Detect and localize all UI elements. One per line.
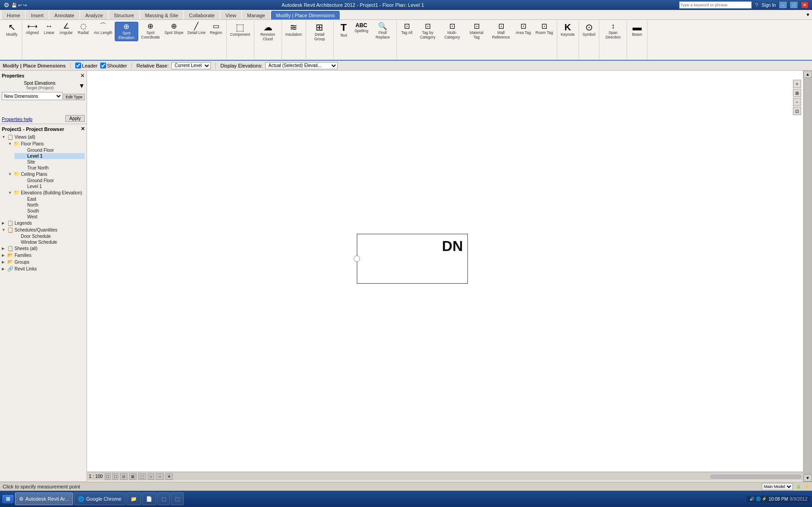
tree-item-elevations[interactable]: ▼ 📁 Elevations (Building Elevation) — [8, 189, 85, 196]
tree-item-ceiling-level1[interactable]: Level 1 — [15, 183, 85, 189]
tree-item-window-schedule[interactable]: Window Schedule — [8, 239, 85, 245]
tree-item-true-north[interactable]: True North — [15, 165, 85, 171]
tree-item-schedules[interactable]: ▼ 📋 Schedules/Quantities — [2, 227, 85, 233]
tab-insert[interactable]: Insert — [26, 11, 49, 19]
detail-line-btn[interactable]: ╱ Detail Line — [185, 22, 207, 36]
view-control-sun[interactable]: ☀ — [165, 473, 173, 480]
leader-check[interactable]: Leader — [75, 63, 97, 68]
tree-item-revit-links[interactable]: ▶ 🔗 Revit Links — [2, 266, 85, 272]
tab-modify-place-dim[interactable]: Modify | Place Dimensions — [271, 11, 340, 19]
tab-home[interactable]: Home — [2, 11, 25, 19]
shoulder-check[interactable]: Shoulder — [100, 63, 127, 68]
apply-btn[interactable]: Apply — [65, 115, 85, 122]
angular-btn[interactable]: ∠ Angular — [58, 22, 74, 36]
zoom-fit-btn[interactable]: ⊞ — [793, 89, 801, 97]
view-control-4[interactable]: ⊞ — [129, 473, 136, 480]
text-btn[interactable]: T Text — [335, 22, 352, 39]
tree-item-views-all[interactable]: ▼ 📋 Views (all) — [2, 134, 85, 140]
tab-massing[interactable]: Massing & Site — [140, 11, 183, 19]
tree-item-ceiling-ground[interactable]: Ground Floor — [15, 178, 85, 183]
sign-in-btn[interactable]: Sign In — [762, 3, 776, 8]
tab-manage[interactable]: Manage — [242, 11, 270, 19]
room-tag-btn[interactable]: ⊡ Room Tag — [534, 22, 555, 36]
detail-group-btn[interactable]: ⊞ Detail Group — [308, 22, 331, 42]
tree-item-groups[interactable]: ▶ 📂 Groups — [2, 259, 85, 266]
tree-item-level-1[interactable]: Level 1 — [15, 153, 85, 159]
maximize-btn[interactable]: □ — [790, 2, 797, 8]
multi-category-btn[interactable]: ⊡ Multi- Category — [440, 22, 464, 40]
scroll-up-btn[interactable]: ▲ — [803, 71, 812, 78]
taskbar-app-revit[interactable]: ⚙ Autodesk Revit Ar... — [15, 493, 73, 505]
tree-item-floor-plans[interactable]: ▼ 📁 Floor Plans — [8, 140, 85, 147]
linear-btn[interactable]: ↔ Linear — [41, 22, 57, 36]
symbol-btn[interactable]: ⊙ Symbol — [581, 22, 597, 38]
tree-item-east[interactable]: East — [15, 196, 85, 202]
taskbar-app-misc1[interactable]: ⬚ — [157, 493, 170, 505]
relative-base-select[interactable]: Current Level — [171, 62, 211, 69]
edit-type-btn[interactable]: Edit Type — [63, 94, 85, 100]
region-btn[interactable]: ▭ Region — [208, 22, 224, 36]
taskbar-app-chrome[interactable]: 🌐 Google Chrome — [74, 493, 126, 505]
canvas-area[interactable]: DN + ⊞ − ⊡ 1 : 100 □ □ ⊙ ⊞ ⬚ ○ ↔ ☀ — [87, 71, 803, 482]
tree-item-sheets[interactable]: ▶ 📋 Sheets (all) — [2, 245, 85, 252]
insulation-btn[interactable]: ≋ Insulation — [284, 22, 304, 38]
tab-analyze[interactable]: Analyze — [80, 11, 108, 19]
properties-help-link[interactable]: Properties help — [2, 117, 32, 122]
zoom-in-btn[interactable]: + — [793, 80, 801, 88]
revision-cloud-btn[interactable]: ☁ Revision Cloud — [256, 22, 280, 42]
view-control-6[interactable]: ○ — [148, 473, 154, 480]
tab-annotate[interactable]: Annotate — [49, 11, 79, 19]
zoom-nav-btn[interactable]: ⊡ — [793, 107, 801, 115]
area-tag-btn[interactable]: ⊡ Area Tag — [514, 22, 533, 36]
minimize-btn[interactable]: ─ — [779, 2, 787, 8]
scroll-thumb[interactable] — [804, 78, 812, 474]
help-icon[interactable]: ? — [755, 2, 758, 8]
beam-btn[interactable]: ▬ Beam — [629, 22, 645, 38]
view-control-7[interactable]: ↔ — [156, 473, 164, 480]
shoulder-checkbox[interactable] — [100, 63, 106, 68]
wall-reference-btn[interactable]: ⊡ Wall Reference — [489, 22, 513, 40]
tab-view[interactable]: View — [220, 11, 241, 19]
zoom-out-btn[interactable]: − — [793, 98, 801, 106]
new-dimensions-select[interactable]: New Dimensions — [2, 92, 63, 100]
material-tag-btn[interactable]: ⊡ Material Tag — [465, 22, 488, 40]
tree-item-legends[interactable]: ▶ 📋 Legends — [2, 220, 85, 227]
tab-collaborate[interactable]: Collaborate — [184, 11, 219, 19]
tree-item-families[interactable]: ▶ 📂 Families — [2, 252, 85, 259]
model-select[interactable]: Main Model — [762, 483, 793, 490]
right-scrollbar[interactable]: ▲ ▼ — [803, 71, 812, 482]
tree-item-west[interactable]: West — [15, 214, 85, 220]
spot-slope-btn[interactable]: ⊕ Spot Slope — [163, 22, 185, 36]
span-direction-btn[interactable]: ↕ Span Direction — [601, 22, 625, 40]
view-control-1[interactable]: □ — [105, 473, 111, 480]
scroll-down-btn[interactable]: ▼ — [803, 474, 812, 482]
tree-item-north[interactable]: North — [15, 202, 85, 208]
view-control-2[interactable]: □ — [112, 473, 118, 480]
radial-btn[interactable]: ◌ Radial — [75, 22, 92, 36]
tree-item-site[interactable]: Site — [15, 159, 85, 165]
taskbar-app-misc2[interactable]: ⬚ — [171, 493, 184, 505]
tag-all-btn[interactable]: ⊡ Tag All — [399, 22, 415, 36]
find-replace-btn[interactable]: 🔍 Find/ Replace — [371, 22, 394, 40]
view-control-3[interactable]: ⊙ — [120, 473, 127, 480]
prop-type-arrow[interactable]: ▼ — [78, 82, 85, 89]
taskbar-app-explorer2[interactable]: 📄 — [142, 493, 156, 505]
spelling-btn[interactable]: ABC Spelling — [353, 22, 370, 34]
taskbar-app-explorer1[interactable]: 📁 — [126, 493, 141, 505]
tree-item-door-schedule[interactable]: Door Schedule — [8, 233, 85, 239]
aligned-btn[interactable]: ⟷ Aligned — [24, 22, 40, 36]
tag-by-category-btn[interactable]: ⊡ Tag by Category — [416, 22, 439, 40]
keynote-btn[interactable]: K Keynote — [559, 22, 577, 38]
display-elevations-select[interactable]: Actual (Selected) Elevati... — [265, 62, 338, 69]
tab-structure[interactable]: Structure — [109, 11, 139, 19]
spot-elevation-btn[interactable]: ⊕ Spot Elevation — [115, 22, 138, 41]
close-btn[interactable]: ✕ — [801, 2, 808, 8]
start-button[interactable]: ⊞ — [2, 494, 14, 504]
tree-item-south[interactable]: South — [15, 208, 85, 214]
properties-close-btn[interactable]: ✕ — [80, 72, 85, 79]
search-input[interactable] — [679, 1, 752, 9]
spot-coordinate-btn[interactable]: ⊕ Spot Coordinate — [139, 22, 162, 40]
tree-item-ground-floor[interactable]: Ground Floor — [15, 147, 85, 153]
tree-item-ceiling-plans[interactable]: ▼ 📁 Ceiling Plans — [8, 171, 85, 178]
modify-btn[interactable]: ↖ Modify — [4, 22, 20, 38]
